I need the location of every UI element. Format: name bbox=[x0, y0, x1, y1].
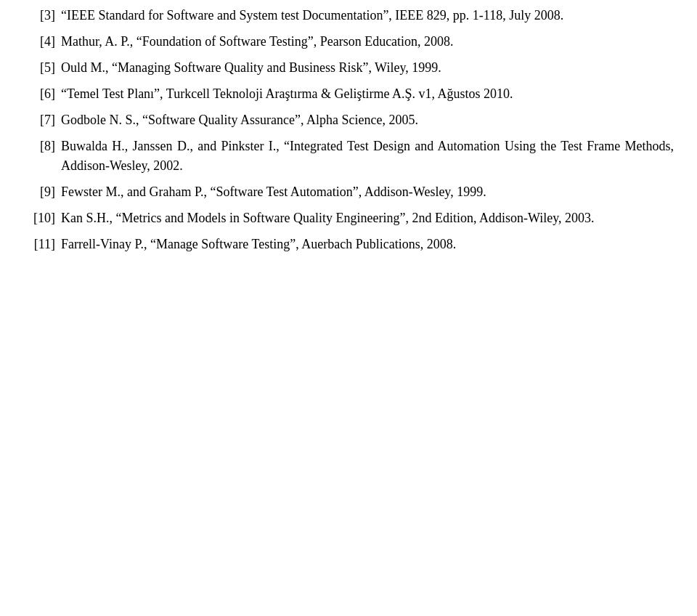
ref-number-7: [7] bbox=[23, 110, 61, 129]
ref-text-6: “Temel Test Planı”, Turkcell Teknoloji A… bbox=[61, 84, 674, 103]
ref-number-6: [6] bbox=[23, 84, 61, 103]
reference-item-3: [3]“IEEE Standard for Software and Syste… bbox=[23, 6, 674, 25]
reference-item-5: [5]Ould M., “Managing Software Quality a… bbox=[23, 58, 674, 77]
reference-item-9: [9]Fewster M., and Graham P., “Software … bbox=[23, 182, 674, 201]
ref-number-11: [11] bbox=[23, 235, 61, 254]
ref-text-8: Buwalda H., Janssen D., and Pinkster I.,… bbox=[61, 137, 674, 174]
ref-text-3: “IEEE Standard for Software and System t… bbox=[61, 6, 674, 25]
ref-number-5: [5] bbox=[23, 58, 61, 77]
ref-number-4: [4] bbox=[23, 32, 61, 51]
reference-item-8: [8]Buwalda H., Janssen D., and Pinkster … bbox=[23, 137, 674, 174]
reference-item-7: [7]Godbole N. S., “Software Quality Assu… bbox=[23, 110, 674, 129]
ref-number-8: [8] bbox=[23, 137, 61, 155]
ref-text-11: Farrell-Vinay P., “Manage Software Testi… bbox=[61, 235, 674, 254]
ref-text-4: Mathur, A. P., “Foundation of Software T… bbox=[61, 32, 674, 51]
references-list: [3]“IEEE Standard for Software and Syste… bbox=[23, 6, 674, 254]
reference-item-10: [10]Kan S.H., “Metrics and Models in Sof… bbox=[23, 208, 674, 227]
reference-item-11: [11]Farrell-Vinay P., “Manage Software T… bbox=[23, 235, 674, 254]
ref-text-9: Fewster M., and Graham P., “Software Tes… bbox=[61, 182, 674, 201]
reference-item-6: [6]“Temel Test Planı”, Turkcell Teknoloj… bbox=[23, 84, 674, 103]
ref-number-9: [9] bbox=[23, 182, 61, 201]
ref-text-7: Godbole N. S., “Software Quality Assuran… bbox=[61, 110, 674, 129]
ref-number-3: [3] bbox=[23, 6, 61, 25]
ref-text-5: Ould M., “Managing Software Quality and … bbox=[61, 58, 674, 77]
ref-text-10: Kan S.H., “Metrics and Models in Softwar… bbox=[61, 208, 674, 227]
ref-number-10: [10] bbox=[23, 208, 61, 227]
reference-item-4: [4]Mathur, A. P., “Foundation of Softwar… bbox=[23, 32, 674, 51]
